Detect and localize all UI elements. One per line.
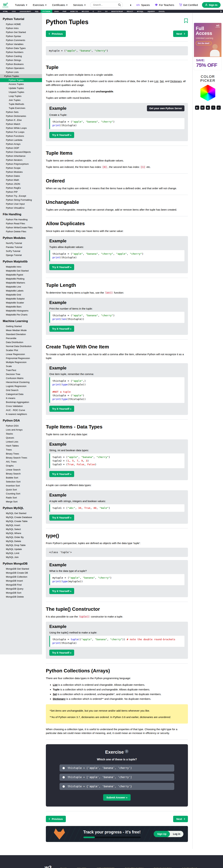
sidebar-item[interactable]: Python If...Else [0,118,42,122]
sidebar-item[interactable]: Access Tuples [0,82,42,86]
nav-item[interactable]: HOW TO [68,10,80,13]
nav-item[interactable]: HTML [1,10,10,13]
sidebar-item[interactable]: MongoDB Find [0,583,42,587]
nav-item[interactable]: JQUERY [146,10,157,13]
sidebar-item[interactable]: MySQL Limit [0,551,42,555]
sidebar-item[interactable]: Hierarchical Clustering [0,380,42,384]
footer-top-link[interactable]: SPACES [77,867,87,868]
sidebar-item[interactable]: NumPy Tutorial [0,241,42,245]
sidebar-item[interactable]: K-nearest neighbors [0,412,42,416]
sidebar-item[interactable]: MySQL Order By [0,535,42,539]
sidebar-item[interactable]: Python Iterators [0,158,42,162]
sidebar-item[interactable]: Python Comments [0,38,42,42]
try-it-yourself-button[interactable]: Try it Yourself » [49,264,74,270]
sidebar-item[interactable]: Graphs [0,464,42,468]
bookmark-icon[interactable] [184,19,188,23]
sidebar-item[interactable]: Python Try...Except [0,194,42,198]
sidebar-item[interactable]: MongoDB Query [0,587,42,591]
sidebar-item[interactable]: Data Distribution [0,340,42,344]
sidebar-item[interactable]: Python Sets [0,110,42,114]
try-it-yourself-button[interactable]: Try it Yourself » [49,326,74,332]
sidebar-item[interactable]: Python Tuples [0,74,42,78]
sidebar-item[interactable]: Percentile [0,336,42,340]
sidebar-item[interactable]: Matplotlib Pyplot [0,273,42,277]
spaces-button[interactable]: </> Spaces [134,2,152,8]
sidebar-item[interactable]: MongoDB Get Started [0,567,42,571]
sign-in-button[interactable]: Sign In [202,2,221,8]
nav-item[interactable]: SQL [33,10,41,13]
sidebar-item[interactable]: Python Math [0,178,42,182]
sidebar-item[interactable]: Django Tutorial [0,253,42,257]
sidebar-item[interactable]: Python Dates [0,174,42,178]
footer-top-link[interactable]: PLUS [60,867,67,868]
for-teachers-button[interactable]: For Teachers [153,2,176,8]
sidebar-item[interactable]: Cross Validation [0,404,42,408]
sidebar-item[interactable]: Tuple Methods [0,102,42,106]
sidebar-item[interactable]: Python Functions [0,134,42,138]
sidebar-item[interactable]: MySQL Create Table [0,519,42,523]
sidebar-item[interactable]: Matplotlib Get Started [0,269,42,273]
linkedin-icon[interactable]: in [200,105,204,110]
sidebar-item[interactable]: Insertion Sort [0,484,42,488]
sidebar-item[interactable]: Lists and Arrays [0,428,42,432]
sidebar-item[interactable]: MongoDB Insert [0,579,42,583]
sidebar-item[interactable]: Python Get Started [0,30,42,34]
try-it-yourself-button[interactable]: Try it Yourself » [49,406,74,412]
sidebar-item[interactable]: MongoDB Sort [0,591,42,595]
sidebar-item[interactable]: Matplotlib Labels [0,289,42,293]
sidebar-item[interactable]: Matplotlib Line [0,285,42,289]
sidebar-item[interactable]: MongoDB Collection [0,575,42,579]
sidebar-item[interactable]: Python OOP [0,146,42,150]
sidebar-item[interactable]: AVL Trees [0,460,42,464]
sidebar-item[interactable]: Python Tuples [0,78,42,82]
previous-button[interactable]: Previous [46,31,66,37]
sidebar-item[interactable]: Binary Trees [0,452,42,456]
sidebar-item[interactable]: Bootstrap Aggregation [0,400,42,404]
sidebar-item[interactable]: Python Strings [0,58,42,62]
nav-item[interactable]: C++ [96,10,103,13]
sidebar-item[interactable]: SciPy Tutorial [0,249,42,253]
sidebar-item[interactable]: Linear Search [0,468,42,472]
help-icon[interactable]: ? [125,749,129,753]
radio-button[interactable] [63,767,65,769]
sidebar-item[interactable]: Linear Regression [0,352,42,356]
sidebar-item[interactable]: Python Delete Files [0,229,42,234]
sidebar-item[interactable]: Merge Sort [0,500,42,504]
sidebar-item[interactable]: Matplotlib Bars [0,305,42,309]
sidebar-item[interactable]: Python User Input [0,202,42,206]
sidebar-item[interactable]: Python Inheritance [0,154,42,158]
sidebar-item[interactable]: Multiple Regression [0,360,42,364]
try-it-yourself-button[interactable]: Try it Yourself » [49,515,74,521]
full-access-ad[interactable]: w3schools Full Access Unlimited Learning… [194,23,221,70]
w3schools-footer-logo[interactable]: w3schools [44,865,52,868]
sidebar-item[interactable]: Matplotlib Pie Charts [0,313,42,317]
sidebar-item[interactable]: Python Polymorphism [0,162,42,166]
sidebar-item[interactable]: Python Arrays [0,142,42,146]
sidebar-item[interactable]: Unpack Tuples [0,90,42,94]
sidebar-item[interactable]: Train/Test [0,368,42,372]
exercise-option[interactable]: thistuple = ['apple', 'banana', 'cherry'… [60,774,174,781]
sidebar-item[interactable]: Tuple Exercises [0,106,42,110]
sidebar-item[interactable]: Python Variables [0,42,42,46]
next-button[interactable]: Next [173,31,188,37]
sidebar-item[interactable]: Trees [0,448,42,452]
nav-item[interactable]: BOOTSTRAP [109,10,125,13]
sidebar-item[interactable]: Stacks [0,432,42,436]
sidebar-item[interactable]: Quick Sort [0,488,42,492]
sidebar-item[interactable]: Queues [0,436,42,440]
sidebar-item[interactable]: MySQL Create Database [0,515,42,519]
submit-answer-button[interactable]: Submit Answer » [103,794,130,801]
sidebar-item[interactable]: Python Lambda [0,138,42,142]
log-in-button[interactable]: Log in [170,831,183,837]
sidebar-item[interactable]: MySQL Insert [0,523,42,527]
next-button-bottom[interactable]: Next [173,816,188,822]
sidebar-item[interactable]: Scatter Plot [0,348,42,352]
nav-item[interactable]: MYSQL [135,10,146,13]
topbar-menu[interactable]: Services [71,2,88,8]
try-it-yourself-button[interactable]: Try it Yourself » [49,471,74,477]
sidebar-item[interactable]: Python HOME [0,22,42,26]
sidebar-item[interactable]: Matplotlib Intro [0,265,42,269]
nav-item[interactable]: PYTHON [41,10,52,13]
sidebar-item[interactable]: MongoDB Delete [0,595,42,599]
sidebar-item[interactable]: Matplotlib Subplot [0,297,42,301]
